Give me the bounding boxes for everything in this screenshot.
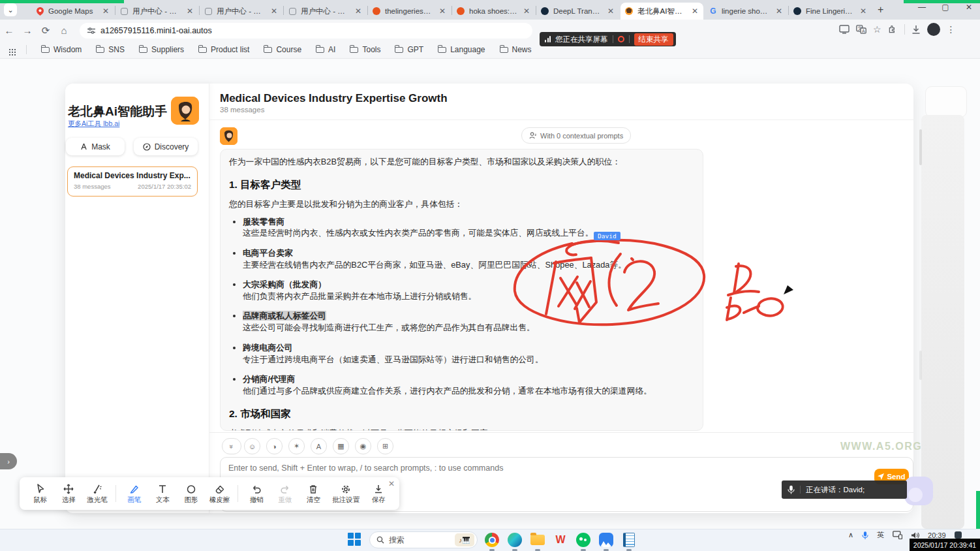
close-icon[interactable]: ✕ [690,7,699,16]
side-panel-top [925,86,967,118]
tool-mouse[interactable]: 鼠标 [26,483,55,505]
home-icon[interactable]: ⌂ [55,25,73,36]
theme-face-icon[interactable]: ☺ [244,438,260,454]
more-tools-link[interactable]: 更多Ai工具 lbb.ai [68,119,119,129]
close-icon[interactable]: ✕ [101,7,110,16]
tool-redo: 重做 [271,483,299,505]
bookmark-language[interactable]: Language [438,45,485,54]
tray-ime-indicator[interactable]: 英 [877,530,884,540]
reload-icon[interactable]: ⟳ [37,25,55,37]
start-button[interactable] [346,531,363,548]
prompt-wand-icon[interactable]: ✶ [288,438,305,454]
search-highlight-image[interactable]: ♪🎹 [455,533,474,546]
download-icon[interactable] [911,25,921,35]
menu-kebab-icon[interactable]: ⋮ [947,24,956,35]
bookmark-product-list[interactable]: Product list [198,45,249,54]
font-size-icon[interactable]: A [311,438,327,454]
tab-search-button[interactable]: ⌄ [4,3,17,16]
tray-app-icon[interactable] [955,531,962,539]
tray-cast-icon[interactable] [893,531,902,539]
tab-laobeibi-active[interactable]: 老北鼻AI智能助手 ✕ [620,3,703,20]
bookmark-sns[interactable]: SNS [96,45,125,54]
bookmark-wisdom[interactable]: Wisdom [41,45,82,54]
tab-user-center-2[interactable]: 用户中心 - 首页 ✕ [200,3,283,20]
tab-hoka-shoes[interactable]: hoka shoes: Ove ✕ [452,3,535,20]
bookmark-ai[interactable]: AI [316,45,335,54]
bookmark-star-icon[interactable]: ☆ [873,24,881,35]
window-close-button[interactable]: ✕ [959,3,979,12]
bookmark-suppliers[interactable]: Suppliers [139,45,184,54]
chat-list-item[interactable]: Medical Devices Industry Exp... 38 messa… [67,166,198,197]
toolbar-close-icon[interactable]: ✕ [388,479,395,488]
speaking-text: 正在讲话：David; [806,485,865,495]
tray-clock[interactable]: 20:39 [928,531,946,539]
model-robot-icon[interactable]: ◉ [355,438,371,454]
taskbar-search[interactable]: 搜索 ♪🎹 [369,531,478,548]
taskbar-chrome-icon[interactable] [483,531,500,548]
collapse-chevrons-icon[interactable]: » [222,438,241,454]
apps-grid-icon[interactable] [9,49,10,50]
tab-user-center-1[interactable]: 用户中心 - 首页 ✕ [115,3,198,20]
dark-mode-icon[interactable]: ◑ [266,438,283,454]
close-icon[interactable]: ✕ [269,7,279,16]
tab-google-maps[interactable]: Google Maps ✕ [31,3,114,20]
window-maximize-button[interactable]: ▢ [936,3,955,12]
tool-eraser[interactable]: 橡皮擦 [206,483,234,505]
panel-expand-handle[interactable]: › [0,453,17,469]
plugins-grid-icon[interactable]: ⊞ [377,438,393,454]
tool-settings[interactable]: 批注设置 [328,483,364,505]
bookmark-news[interactable]: News [500,45,532,54]
taskbar-edge-icon[interactable] [506,531,523,548]
close-icon[interactable]: ✕ [438,7,447,16]
taskbar-wps-icon[interactable]: W [552,531,569,548]
speaking-toast: 正在讲话：David; [782,480,907,499]
close-icon[interactable]: ✕ [606,7,615,16]
cast-icon[interactable] [839,25,850,34]
contextual-prompts-pill[interactable]: With 0 contextual prompts [521,127,631,144]
list-item: 品牌商或私人标签公司这些公司可能会寻找制造商进行代工生产，或将您的产品作为其自有… [243,310,694,334]
tool-pen-active[interactable]: 画笔 [120,483,149,505]
bookmark-gpt[interactable]: GPT [395,45,423,54]
profile-avatar[interactable] [927,23,940,36]
back-icon[interactable]: ← [0,25,18,36]
taskbar-explorer-icon[interactable] [529,531,546,548]
extensions-icon[interactable] [888,25,898,35]
window-minimize-button[interactable]: — [912,3,932,12]
image-upload-icon[interactable]: ▦ [333,438,349,454]
bookmark-tools[interactable]: Tools [350,45,380,54]
tray-speaker-icon[interactable] [911,531,919,539]
scrollbar-thumb[interactable] [919,351,922,380]
tab-fine-lingerie[interactable]: Fine Lingerie, Sle ✕ [789,3,872,20]
tool-clear[interactable]: 清空 [299,483,328,505]
tool-select[interactable]: 选择 [55,483,84,505]
close-icon[interactable]: ✕ [354,7,363,16]
taskbar-wechat-icon[interactable] [575,531,592,548]
address-bar[interactable]: a12657915116.mini1-oai.autos [80,23,532,39]
tool-text[interactable]: 文本 [148,483,177,505]
bookmark-label: News [512,45,532,54]
translate-icon[interactable]: 文A [856,25,866,34]
scrollbar-thumb[interactable] [919,129,922,165]
taskbar-notes-icon[interactable] [620,531,637,548]
floating-assistant-widget[interactable] [904,477,933,505]
tab-lingerie-shop[interactable]: G lingerie shop - G ✕ [705,3,788,20]
tray-chevron-icon[interactable]: ∧ [848,531,853,539]
tool-laser[interactable]: 激光笔 [83,483,112,505]
new-tab-button[interactable]: + [878,4,883,16]
tray-mic-icon[interactable] [862,531,868,540]
forward-icon[interactable]: → [18,25,37,36]
close-icon[interactable]: ✕ [774,7,784,16]
stop-share-button[interactable]: 结束共享 [634,33,673,46]
tool-shape[interactable]: 图形 [177,483,206,505]
close-icon[interactable]: ✕ [522,7,531,16]
bookmark-course[interactable]: Course [264,45,301,54]
tool-undo[interactable]: 撤销 [242,483,271,505]
close-icon[interactable]: ✕ [185,7,194,16]
taskbar-meeting-icon[interactable] [598,531,615,548]
discovery-button[interactable]: Discovery [134,138,198,155]
tab-user-center-3[interactable]: 用户中心 - 首页 ✕ [284,3,367,20]
tab-thelingerieshop[interactable]: thelingerieshop ✕ [368,3,451,20]
close-icon[interactable]: ✕ [859,7,868,16]
mask-button[interactable]: Mask [66,138,125,155]
tab-deepl[interactable]: DeepL Translate ✕ [536,3,619,20]
